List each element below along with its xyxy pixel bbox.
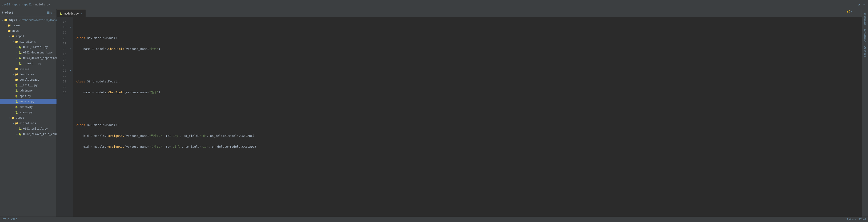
arrow-icon: ▸ (12, 106, 15, 108)
editor-area: 🐍 models.py ✕ 17 18 19 20 21 22 23 24 25 (57, 9, 862, 217)
status-file-type[interactable]: Python (847, 218, 856, 221)
arrow-icon: ▾ (8, 35, 11, 38)
gutter-22: ▾ (68, 46, 73, 52)
code-line-19: name = models.CharField(verbose_name="姓名… (76, 46, 862, 52)
tree-templatetags[interactable]: ▸ 📁 templatetags (0, 77, 57, 82)
code-line-28: gid = models.ForeignKey(verbose_name="女生… (76, 144, 862, 149)
tree-app02-0002[interactable]: ▸ 🐍 0002_remove_role_count.p (0, 132, 57, 137)
tree-app02[interactable]: ▾ 📁 app02 (0, 115, 57, 120)
line-num-20: 20 (59, 35, 66, 41)
tree-migrations[interactable]: ▾ 📁 migrations (0, 39, 57, 44)
tree-admin[interactable]: ▸ 🐍 admin.py (0, 88, 57, 93)
python-file-icon: 🐍 (19, 133, 22, 136)
status-bar-right: Python 27:44 (847, 218, 866, 221)
templates-label: templates (20, 73, 34, 76)
expand-icon[interactable]: ∧ (851, 10, 852, 13)
python-file-icon: 🐍 (15, 84, 19, 87)
gutter-29 (68, 84, 73, 90)
file-0001-label: 0001_initial.py (23, 45, 48, 49)
status-bar: UTF-8 CRLF Python 27:44 (0, 217, 868, 222)
status-position[interactable]: 27:44 (859, 218, 866, 221)
breadcrumb-app01[interactable]: app01 (24, 3, 32, 6)
arrow-icon: ▾ (4, 30, 8, 32)
tree-models-py[interactable]: ▸ 🐍 models.py (0, 99, 57, 104)
tree-templates[interactable]: ▸ 📁 templates (0, 72, 57, 77)
arrow-icon: ▸ (12, 89, 15, 92)
breadcrumb-apps[interactable]: apps (13, 3, 20, 6)
tree-views-py[interactable]: ▸ 🐍 views.py (0, 110, 57, 115)
breadcrumb-day04[interactable]: day04 (2, 3, 10, 6)
gutter-27 (68, 73, 73, 79)
tab-structure[interactable]: Structure (863, 27, 867, 44)
gutter: ▾ ▾ ▾ (68, 17, 73, 217)
status-encoding[interactable]: UTF-8 (2, 218, 9, 221)
file-init-app01-label: __init__.py (20, 84, 37, 87)
arrow-icon: ▸ (16, 51, 19, 54)
tree-0001-initial[interactable]: ▸ 🐍 0001_initial.py (0, 44, 57, 50)
line-num-28: 28 (59, 79, 66, 84)
file-init-label: __init__.py (23, 62, 41, 65)
gutter-28 (68, 79, 73, 84)
tab-close-button[interactable]: ✕ (80, 12, 83, 15)
python-file-icon: 🐍 (15, 89, 19, 92)
app02-0001-label: 0001_initial.py (23, 127, 48, 130)
sidebar-icon-settings[interactable]: ⚙ (51, 11, 52, 14)
tab-models-py[interactable]: 🐍 models.py ✕ (57, 10, 86, 17)
settings-icon[interactable]: ⚙ (857, 2, 861, 7)
gutter-26: ▾ (68, 68, 73, 73)
python-file-icon: 🐍 (19, 51, 22, 54)
arrow-icon: ▸ (16, 133, 19, 136)
right-tabs-panel: Database Structure SciView (862, 9, 868, 217)
code-line-30 (76, 166, 862, 171)
status-separator[interactable]: CRLF (11, 218, 17, 221)
python-file-icon: 🐍 (15, 100, 19, 103)
arrow-icon: ▾ (12, 122, 15, 124)
migrations-label: migrations (20, 40, 36, 43)
app02-migrations-label: migrations (20, 122, 36, 125)
python-file-icon: 🐍 (15, 106, 19, 109)
folder-icon: 📁 (15, 78, 19, 81)
main-layout: Project ☰ ⚙ − ▾ 📁 day04 ~/PycharmProject… (0, 9, 868, 217)
arrow-icon: ▾ (1, 19, 4, 21)
views-py-label: views.py (20, 111, 33, 114)
folder-icon: 📁 (15, 73, 19, 76)
tree-init-app01[interactable]: ▸ 🐍 __init__.py (0, 82, 57, 88)
tree-init-migrations[interactable]: ▸ 🐍 __init__.py (0, 61, 57, 66)
file-0003-label: 0003_delete_department.p (23, 57, 57, 60)
venv-label: .venv (12, 24, 21, 27)
warning-badge[interactable]: ▲ 2 ∧ (847, 10, 852, 13)
tab-sciview[interactable]: SciView (863, 45, 867, 59)
sidebar-icon-align[interactable]: ☰ (47, 11, 50, 14)
tree-app02-0001[interactable]: ▸ 🐍 0001_initial.py (0, 126, 57, 132)
tests-py-label: tests.py (20, 105, 33, 109)
python-file-icon: 🐍 (19, 46, 22, 49)
tab-database[interactable]: Database (863, 11, 867, 27)
tree-apps-py[interactable]: ▸ 🐍 apps.py (0, 93, 57, 99)
code-editor[interactable]: class Boy(models.Model): name = models.C… (73, 17, 862, 217)
python-file-icon: 🐍 (15, 95, 19, 98)
tree-0002-department[interactable]: ▸ 🐍 0002_department.py (0, 50, 57, 55)
folder-icon: 📁 (15, 68, 19, 70)
breadcrumb-file[interactable]: models.py (35, 3, 50, 6)
code-line-24 (76, 101, 862, 106)
arrow-icon: ▾ (8, 117, 11, 119)
tree-tests-py[interactable]: ▸ 🐍 tests.py (0, 104, 57, 110)
tree-root[interactable]: ▾ 📁 day04 ~/PycharmProjects/5x_django_..… (0, 17, 57, 23)
tree-0003-delete[interactable]: ▸ 🐍 0003_delete_department.p (0, 55, 57, 61)
arrow-icon: ▸ (4, 24, 8, 27)
arrow-icon: ▸ (12, 68, 15, 70)
tree-app01[interactable]: ▾ 📁 app01 (0, 34, 57, 39)
line-num-21: 21 (59, 41, 66, 46)
line-num-24: 24 (59, 57, 66, 63)
minimize-icon[interactable]: − (863, 2, 866, 7)
app01-label: app01 (16, 35, 24, 38)
title-bar: day04 > apps > app01 > models.py ⚙ − (0, 0, 868, 9)
folder-icon: 📁 (15, 122, 19, 125)
tree-venv[interactable]: ▸ 📁 .venv (0, 23, 57, 28)
tree-apps[interactable]: ▾ 📁 apps (0, 28, 57, 34)
sidebar-icon-minimize[interactable]: − (53, 11, 55, 14)
templatetags-label: templatetags (20, 78, 39, 81)
line-num-22: 22 (59, 46, 66, 52)
tree-static[interactable]: ▸ 📁 static (0, 66, 57, 72)
tree-app02-migrations[interactable]: ▾ 📁 migrations (0, 120, 57, 126)
